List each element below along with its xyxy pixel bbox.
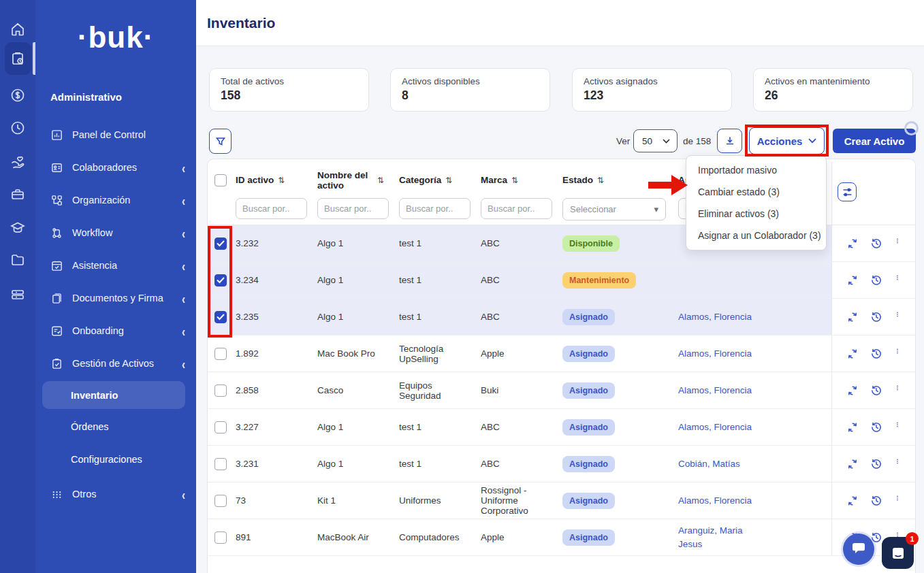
sync-icon[interactable]: [846, 311, 859, 323]
row-checkbox[interactable]: [214, 531, 227, 544]
talent-icon[interactable]: [10, 219, 26, 235]
cell-brand: Rossignol - Uniforme Corporativo: [481, 485, 562, 516]
column-header-nombre[interactable]: Nombre del activo⇅: [317, 170, 399, 191]
column-settings-button[interactable]: [838, 182, 857, 201]
chat-widget-button[interactable]: [843, 534, 874, 565]
sidebar-item-otros[interactable]: Otros ‹: [35, 478, 196, 510]
actions-button[interactable]: Acciones: [749, 127, 825, 154]
kebab-menu-icon[interactable]: [894, 274, 901, 286]
sidebar-item-onboarding[interactable]: Onboarding ‹: [35, 314, 196, 347]
filter-select-estado[interactable]: Seleccionar ▾: [562, 198, 666, 220]
status-badge: Asignado: [562, 419, 615, 436]
cell-status: Asignado: [562, 529, 678, 546]
filter-input-id[interactable]: [236, 198, 307, 219]
filter-input-nombre[interactable]: [317, 198, 389, 219]
assignee-link[interactable]: Alamos, Florencia: [678, 384, 752, 397]
home-icon[interactable]: [10, 21, 26, 37]
documents-icon: [50, 292, 63, 305]
table-row: 3.234Algo 1test 1ABCMantenimiento: [208, 262, 915, 299]
history-icon[interactable]: [870, 458, 882, 470]
cell-brand: Buki: [481, 385, 562, 395]
kebab-menu-icon[interactable]: [894, 238, 901, 250]
sidebar-item-gestion-de-activos[interactable]: Gestión de Activos ‹: [35, 347, 196, 380]
column-header-id[interactable]: ID activo⇅: [236, 175, 317, 185]
assignee-link[interactable]: Alamos, Florencia: [678, 494, 752, 508]
sync-icon[interactable]: [846, 238, 859, 250]
assignee-link[interactable]: Cobián, Matías: [678, 457, 740, 471]
history-icon[interactable]: [870, 421, 882, 433]
sidebar-item-colaboradores[interactable]: Colaboradores ‹: [35, 151, 196, 184]
notification-badge: 1: [906, 532, 919, 545]
benefits-icon[interactable]: [10, 153, 26, 169]
kebab-menu-icon[interactable]: [894, 311, 901, 323]
sidebar-item-panel-de-control[interactable]: Panel de Control: [35, 118, 196, 151]
history-icon[interactable]: [870, 384, 882, 397]
assignee-link[interactable]: Alamos, Florencia: [678, 421, 752, 434]
select-all-checkbox[interactable]: [214, 174, 227, 186]
row-checkbox[interactable]: [214, 348, 227, 360]
row-checkbox[interactable]: [214, 311, 227, 323]
sidebar-subitem-configuraciones[interactable]: Configuraciones: [35, 443, 196, 476]
sync-icon[interactable]: [846, 384, 859, 397]
row-checkbox[interactable]: [214, 421, 227, 433]
sync-icon[interactable]: [846, 458, 859, 470]
asset-management-icon: [10, 50, 26, 67]
cell-name: Algo 1: [317, 275, 399, 285]
row-checkbox[interactable]: [214, 384, 227, 397]
column-header-categoria[interactable]: Categoría⇅: [399, 175, 481, 185]
column-header-marca[interactable]: Marca⇅: [481, 175, 562, 185]
sync-icon[interactable]: [846, 495, 859, 507]
history-icon[interactable]: [870, 274, 882, 286]
sidebar-item-asistencia[interactable]: Asistencia ‹: [35, 249, 196, 282]
history-icon[interactable]: [870, 348, 882, 360]
history-icon[interactable]: [870, 495, 882, 507]
download-button[interactable]: [717, 129, 742, 153]
remunerations-icon[interactable]: [10, 87, 26, 103]
menu-item-asignar-colaborador[interactable]: Asignar a un Colaborador (3): [686, 225, 826, 246]
menu-item-importador-masivo[interactable]: Importador masivo: [686, 159, 826, 181]
sidebar-item-workflow[interactable]: Workflow ‹: [35, 216, 196, 249]
kebab-menu-icon[interactable]: [894, 348, 901, 360]
sidebar-subitem-ordenes[interactable]: Órdenes: [35, 410, 196, 443]
sync-icon[interactable]: [846, 348, 859, 360]
filter-button[interactable]: [209, 129, 232, 154]
sidebar-item-label: Panel de Control: [72, 129, 146, 140]
status-badge: Mantenimiento: [562, 272, 636, 289]
sync-icon[interactable]: [846, 274, 859, 286]
sidebar-item-organizacion[interactable]: Organización ‹: [35, 184, 196, 216]
assignee-link[interactable]: Aranguiz, Maria Jesus: [678, 524, 759, 551]
archive-icon[interactable]: [10, 286, 26, 303]
kebab-menu-icon[interactable]: [894, 421, 901, 433]
rail-active-indicator: [33, 42, 35, 75]
kebab-menu-icon[interactable]: [894, 495, 901, 507]
sidebar-subitem-inventario-active[interactable]: Inventario: [42, 381, 185, 409]
kebab-menu-icon[interactable]: [894, 384, 901, 397]
files-icon[interactable]: [10, 252, 26, 268]
cell-assignee: Alamos, Florencia: [678, 421, 831, 434]
kebab-menu-icon[interactable]: [894, 458, 901, 470]
create-asset-button[interactable]: Crear Activo: [833, 129, 916, 153]
sidebar-item-documentos-y-firma[interactable]: Documentos y Firma ‹: [35, 282, 196, 314]
page-size-select[interactable]: 50: [633, 129, 678, 152]
time-icon[interactable]: [10, 120, 26, 136]
asset-management-rail-active[interactable]: [5, 42, 31, 75]
row-checkbox[interactable]: [214, 238, 227, 250]
assignee-link[interactable]: Alamos, Florencia: [678, 310, 752, 324]
table-row: 73Kit 1UniformesRossignol - Uniforme Cor…: [208, 482, 915, 519]
menu-item-cambiar-estado[interactable]: Cambiar estado (3): [686, 181, 826, 203]
cell-category: Tecnología UpSelling: [399, 344, 481, 364]
menu-item-eliminar-activos[interactable]: Eliminar activos (3): [686, 203, 826, 225]
row-checkbox[interactable]: [214, 495, 227, 507]
assignee-link[interactable]: Alamos, Florencia: [678, 347, 752, 361]
filter-input-categoria[interactable]: [399, 198, 471, 219]
sync-icon[interactable]: [846, 421, 859, 433]
history-icon[interactable]: [870, 238, 882, 250]
cell-status: Mantenimiento: [562, 272, 678, 289]
row-checkbox[interactable]: [214, 274, 227, 286]
filter-input-marca[interactable]: [481, 198, 552, 219]
chevron-down-icon: [808, 138, 816, 144]
row-checkbox[interactable]: [214, 458, 227, 470]
column-label: Categoría: [399, 175, 441, 185]
culture-icon[interactable]: [10, 186, 26, 202]
history-icon[interactable]: [870, 311, 882, 323]
